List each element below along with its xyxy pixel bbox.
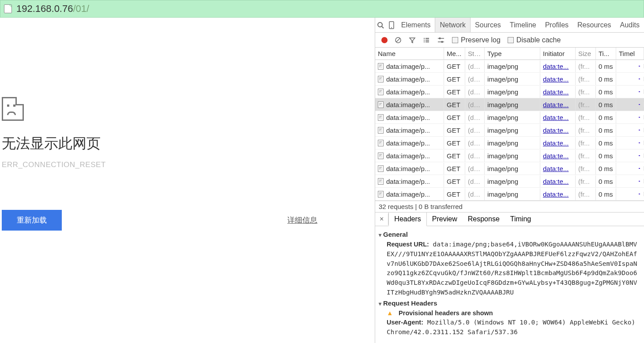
warning-icon: ▲	[387, 309, 393, 317]
initiator-link[interactable]: data:te...	[540, 86, 576, 98]
settings-icon[interactable]	[437, 37, 445, 44]
svg-rect-15	[441, 41, 443, 43]
close-details-button[interactable]: ×	[375, 213, 388, 225]
file-icon	[378, 153, 384, 159]
svg-line-5	[396, 38, 400, 42]
svg-rect-10	[424, 41, 425, 42]
table-row[interactable]: data:image/p...GET(da...image/pngdata:te…	[375, 149, 644, 162]
col-size[interactable]: Size	[576, 48, 596, 60]
url-path: /01/	[73, 3, 89, 14]
address-bar[interactable]: 192.168.0.76/01/	[0, 0, 644, 18]
page-icon	[4, 4, 12, 13]
error-code: ERR_CONNECTION_RESET	[2, 160, 375, 169]
file-icon	[378, 191, 384, 198]
svg-point-0	[378, 22, 382, 27]
request-headers-section[interactable]: Request Headers	[379, 299, 640, 307]
col-status[interactable]: Sta...	[465, 48, 485, 60]
col-initiator[interactable]: Initiator	[540, 48, 576, 60]
detail-tab-response[interactable]: Response	[463, 213, 505, 226]
file-icon	[378, 76, 384, 82]
reload-button[interactable]: 重新加载	[2, 210, 62, 231]
initiator-link[interactable]: data:te...	[540, 124, 576, 136]
tab-list: ElementsNetworkSourcesTimelineProfilesRe…	[397, 18, 644, 32]
user-agent: User-Agent: Mozilla/5.0 (Windows NT 10.0…	[387, 318, 640, 337]
request-url: Request URL: data:image/png;base64,iVBOR…	[387, 240, 640, 298]
headers-panel: General Request URL: data:image/png;base…	[375, 226, 644, 343]
col-time[interactable]: Ti...	[596, 48, 616, 60]
col-timeline[interactable]: Timel	[616, 48, 644, 60]
svg-rect-11	[426, 41, 429, 42]
tab-elements[interactable]: Elements	[397, 18, 435, 32]
file-icon	[378, 63, 384, 70]
file-icon	[378, 178, 384, 185]
tab-profiles[interactable]: Profiles	[541, 18, 573, 32]
page-content: 无法显示此网页 ERR_CONNECTION_RESET 重新加载 详细信息	[0, 18, 375, 343]
tab-audits[interactable]: Audits	[616, 18, 644, 32]
table-row[interactable]: data:image/p...GET(da...image/pngdata:te…	[375, 86, 644, 98]
table-row[interactable]: data:image/p...GET(da...image/pngdata:te…	[375, 162, 644, 175]
preserve-log-checkbox[interactable]: Preserve log	[452, 36, 501, 44]
record-button[interactable]	[381, 37, 388, 43]
initiator-link[interactable]: data:te...	[540, 175, 576, 187]
general-section[interactable]: General	[379, 231, 640, 238]
file-icon	[378, 101, 384, 108]
tab-timeline[interactable]: Timeline	[505, 18, 541, 32]
table-row[interactable]: data:image/p...GET(da...image/pngdata:te…	[375, 137, 644, 149]
col-type[interactable]: Type	[485, 48, 540, 60]
file-icon	[378, 114, 384, 121]
file-icon	[378, 140, 384, 146]
detail-tab-headers[interactable]: Headers	[388, 213, 426, 226]
table-row[interactable]: data:image/p...GET(da...image/pngdata:te…	[375, 98, 644, 111]
svg-rect-8	[424, 40, 425, 41]
svg-line-1	[382, 26, 384, 28]
col-name[interactable]: Name	[375, 48, 444, 60]
device-icon[interactable]	[386, 18, 396, 32]
detail-tab-bar: × HeadersPreviewResponseTiming	[375, 213, 644, 226]
search-icon[interactable]	[375, 18, 386, 32]
initiator-link[interactable]: data:te...	[540, 112, 576, 123]
col-method[interactable]: Me...	[444, 48, 465, 60]
sad-page-icon	[2, 97, 24, 121]
tab-sources[interactable]: Sources	[471, 18, 505, 32]
table-row[interactable]: data:image/p...GET(da...image/pngdata:te…	[375, 175, 644, 188]
file-icon	[378, 127, 384, 134]
table-header: Name Me... Sta... Type Initiator Size Ti…	[375, 48, 644, 60]
initiator-link[interactable]: data:te...	[540, 137, 576, 149]
initiator-link[interactable]: data:te...	[540, 188, 576, 200]
disable-cache-checkbox[interactable]: Disable cache	[508, 36, 561, 44]
detail-tab-timing[interactable]: Timing	[505, 213, 536, 226]
table-row[interactable]: data:image/p...GET(da...image/pngdata:te…	[375, 73, 644, 86]
error-title: 无法显示此网页	[2, 134, 375, 153]
file-icon	[378, 89, 384, 95]
url-display: 192.168.0.76/01/	[16, 3, 89, 15]
url-host: 192.168.0.76	[16, 3, 73, 14]
initiator-link[interactable]: data:te...	[540, 99, 576, 111]
network-table: Name Me... Sta... Type Initiator Size Ti…	[375, 48, 644, 201]
initiator-link[interactable]: data:te...	[540, 60, 576, 72]
svg-rect-14	[439, 37, 441, 39]
table-row[interactable]: data:image/p...GET(da...image/pngdata:te…	[375, 188, 644, 201]
svg-rect-7	[426, 38, 429, 39]
initiator-link[interactable]: data:te...	[540, 163, 576, 175]
initiator-link[interactable]: data:te...	[540, 150, 576, 162]
table-row[interactable]: data:image/p...GET(da...image/pngdata:te…	[375, 124, 644, 137]
svg-rect-6	[424, 38, 425, 39]
file-icon	[378, 165, 384, 172]
table-row[interactable]: data:image/p...GET(da...image/pngdata:te…	[375, 60, 644, 73]
svg-rect-9	[426, 40, 429, 41]
tab-network[interactable]: Network	[435, 18, 471, 32]
devtools-tab-bar: ElementsNetworkSourcesTimelineProfilesRe…	[375, 18, 644, 33]
network-toolbar: Preserve log Disable cache	[375, 33, 644, 48]
svg-point-3	[391, 27, 392, 28]
filter-icon[interactable]	[409, 37, 416, 44]
list-icon[interactable]	[423, 37, 430, 44]
provisional-warning: ▲ Provisional headers are shown	[387, 309, 640, 318]
initiator-link[interactable]: data:te...	[540, 73, 576, 85]
network-status: 32 requests | 0 B transferred	[375, 201, 644, 213]
devtools-panel: ElementsNetworkSourcesTimelineProfilesRe…	[375, 18, 644, 343]
clear-icon[interactable]	[395, 37, 402, 44]
detail-tab-preview[interactable]: Preview	[427, 213, 463, 226]
tab-resources[interactable]: Resources	[573, 18, 615, 32]
details-link[interactable]: 详细信息	[287, 215, 317, 225]
table-row[interactable]: data:image/p...GET(da...image/pngdata:te…	[375, 111, 644, 124]
